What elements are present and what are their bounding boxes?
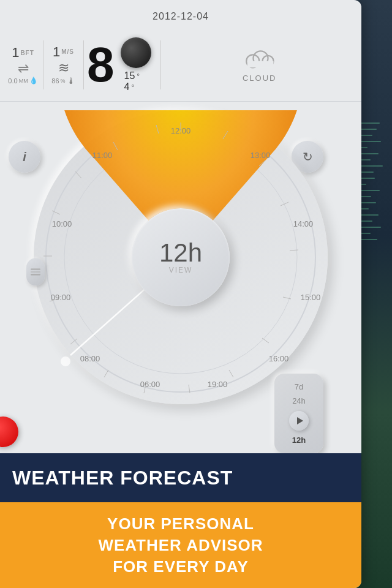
divider-3: [160, 40, 161, 89]
humidity-unit: %: [61, 78, 66, 84]
wind-bft-icon: ⇌: [18, 61, 29, 77]
wind-bft-value: 1: [12, 45, 19, 61]
circle-indicator: [121, 37, 151, 68]
divider-1: [43, 40, 43, 89]
banner-orange: YOUR PERSONAL WEATHER ADVISOR FOR EVERY …: [0, 502, 361, 588]
view-selector[interactable]: 7d 24h 12h: [274, 374, 323, 453]
app-card: 2012-12-04 1 BFT ⇌ 0.0 MM 💧 1 M/S ≋: [0, 0, 361, 588]
wind-bft-block: 1 BFT ⇌ 0.0 MM 💧: [6, 45, 40, 85]
circle-indicator-block: 15 ° 4 °: [121, 37, 151, 92]
banner-title: WEATHER FORECAST: [12, 467, 233, 489]
svg-text:09:00: 09:00: [51, 293, 71, 302]
bottom-banner: WEATHER FORECAST YOUR PERSONAL WEATHER A…: [0, 453, 361, 588]
temp-block: 15 ° 4 °: [124, 70, 151, 92]
svg-text:15:00: 15:00: [301, 293, 321, 302]
cloud-icon: [241, 47, 278, 71]
svg-text:19:00: 19:00: [208, 380, 228, 389]
temp-deg-1: °: [137, 72, 140, 81]
svg-text:13:00: 13:00: [251, 151, 271, 160]
svg-text:10:00: 10:00: [52, 219, 72, 228]
rain-value: 0.0: [8, 77, 17, 85]
svg-text:06:00: 06:00: [140, 380, 160, 389]
svg-text:08:00: 08:00: [80, 354, 100, 363]
view-7d[interactable]: 7d: [295, 382, 303, 391]
dial-outer[interactable]: 12:00 13:00 14:00 15:00 16:00 11:00 10:0…: [34, 110, 328, 404]
wind-ms-icon: ≋: [58, 60, 69, 76]
wind-ms-value: 1: [53, 44, 60, 60]
wind-bft-label: BFT: [20, 50, 34, 56]
svg-line-24: [229, 370, 233, 377]
rain-block: 0.0 MM 💧: [8, 77, 37, 85]
banner-sub-1: YOUR PERSONAL: [107, 514, 254, 533]
date-header: 2012-12-04: [0, 0, 361, 28]
cloud-block: CLOUD: [164, 47, 356, 83]
svg-point-36: [61, 356, 70, 366]
center-knob[interactable]: 12h VIEW: [132, 208, 230, 306]
svg-rect-3: [247, 61, 274, 68]
banner-dark: WEATHER FORECAST: [0, 453, 361, 502]
svg-line-32: [75, 172, 81, 178]
wind-ms-label: M/S: [61, 48, 74, 55]
banner-sub-3: FOR EVERY DAY: [113, 557, 249, 576]
svg-line-23: [262, 338, 269, 343]
info-icon: i: [23, 150, 26, 164]
date-text: 2012-12-04: [153, 11, 209, 21]
dial-container[interactable]: 12:00 13:00 14:00 15:00 16:00 11:00 10:0…: [34, 110, 328, 404]
play-button[interactable]: [289, 411, 309, 431]
svg-text:16:00: 16:00: [269, 354, 289, 363]
divider-2: [83, 40, 84, 89]
temp-deg-2: °: [131, 83, 134, 92]
center-time: 12h: [159, 240, 202, 266]
stats-row: 1 BFT ⇌ 0.0 MM 💧 1 M/S ≋ 86 % 🌡: [0, 28, 361, 102]
slider-line-2: [31, 271, 40, 273]
thermometer-icon: 🌡: [67, 76, 75, 86]
humidity-value: 86: [51, 77, 59, 85]
view-12h[interactable]: 12h: [292, 435, 306, 445]
red-circle-decor: [0, 417, 18, 447]
svg-text:11:00: 11:00: [92, 151, 113, 160]
svg-line-27: [104, 370, 108, 377]
cloud-label: CLOUD: [243, 74, 277, 83]
humidity-block: 86 % 🌡: [51, 76, 75, 86]
temp-high: 15: [124, 70, 135, 81]
play-icon: [297, 417, 303, 424]
banner-sub-2: WEATHER ADVISOR: [98, 536, 263, 555]
center-sub: VIEW: [169, 266, 193, 274]
svg-text:14:00: 14:00: [293, 219, 314, 228]
rain-unit: MM: [19, 78, 28, 84]
rain-icon: 💧: [29, 77, 38, 85]
wind-ms-block: 1 M/S ≋ 86 % 🌡: [47, 44, 80, 86]
slider-line-3: [31, 274, 40, 276]
uv-block: 8: [87, 40, 115, 89]
uv-value: 8: [87, 40, 115, 89]
temp-low: 4: [124, 81, 130, 92]
view-24h[interactable]: 24h: [292, 396, 306, 405]
slider-line-1: [31, 269, 40, 270]
